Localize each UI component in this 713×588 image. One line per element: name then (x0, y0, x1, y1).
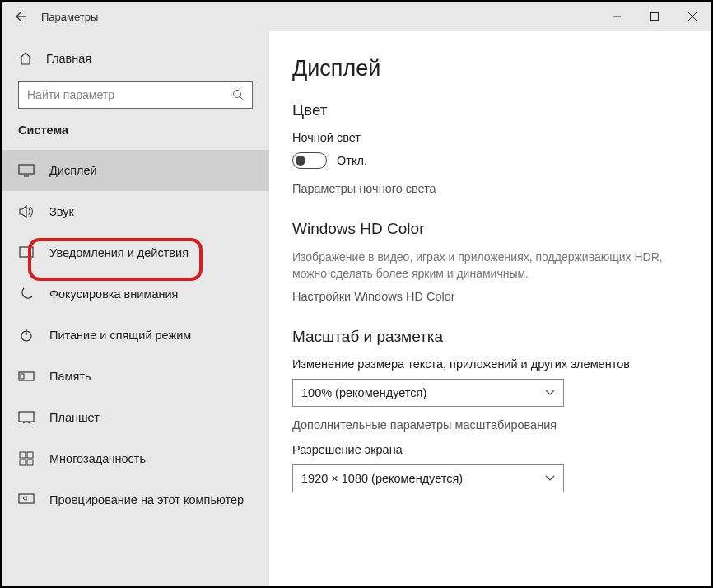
nav-list: Дисплей Звук Уведомления и действия Фоку… (2, 150, 269, 520)
toggle-state-label: Откл. (337, 154, 367, 167)
scale-label: Изменение размера текста, приложений и д… (292, 357, 688, 371)
home-icon (18, 51, 33, 66)
maximize-icon (650, 12, 659, 21)
notifications-icon (18, 245, 35, 261)
nav-item-label: Питание и спящий режим (49, 329, 191, 342)
color-heading: Цвет (292, 101, 688, 119)
home-button[interactable]: Главная (2, 43, 269, 74)
nav-storage[interactable]: Память (2, 356, 269, 397)
scale-heading: Масштаб и разметка (292, 328, 688, 346)
nav-item-label: Проецирование на этот компьютер (49, 493, 244, 506)
toggle-knob (296, 156, 305, 166)
nav-projecting[interactable]: Проецирование на этот компьютер (2, 479, 269, 520)
hd-heading: Windows HD Color (292, 220, 688, 238)
svg-rect-0 (651, 13, 659, 21)
nav-item-label: Фокусировка внимания (49, 287, 178, 301)
display-icon (18, 162, 35, 179)
tablet-icon (18, 409, 35, 426)
svg-rect-11 (27, 460, 33, 465)
svg-rect-2 (19, 165, 34, 174)
svg-rect-8 (20, 452, 26, 458)
sidebar-section-label: Система (2, 124, 269, 137)
resolution-dropdown[interactable]: 1920 × 1080 (рекомендуется) (292, 464, 564, 492)
back-button[interactable] (2, 2, 38, 31)
nav-item-label: Планшет (49, 411, 100, 424)
projecting-icon (18, 492, 35, 508)
night-light-toggle-row: Откл. (292, 152, 688, 169)
close-icon (687, 12, 697, 21)
search-icon (232, 89, 244, 100)
window-controls (598, 2, 711, 31)
storage-icon (18, 368, 35, 385)
nav-power[interactable]: Питание и спящий режим (2, 315, 269, 356)
scale-dropdown[interactable]: 100% (рекомендуется) (292, 379, 564, 407)
power-icon (18, 327, 35, 343)
home-label: Главная (46, 52, 91, 65)
svg-point-1 (234, 91, 241, 98)
sound-icon (18, 203, 35, 220)
chevron-down-icon (545, 390, 555, 396)
window-title: Параметры (41, 11, 98, 23)
nav-sound[interactable]: Звук (2, 191, 269, 232)
night-light-toggle[interactable] (292, 152, 327, 169)
nav-item-label: Многозадачность (49, 452, 146, 465)
maximize-button[interactable] (636, 2, 673, 31)
svg-rect-3 (20, 247, 33, 257)
svg-rect-10 (20, 460, 26, 465)
night-light-settings-link[interactable]: Параметры ночного света (292, 182, 688, 195)
close-button[interactable] (673, 2, 711, 31)
scale-value: 100% (рекомендуется) (301, 386, 426, 399)
minimize-icon (612, 12, 622, 21)
nav-multitask[interactable]: Многозадачность (2, 438, 269, 479)
search-container (2, 81, 269, 109)
search-box[interactable] (18, 81, 253, 109)
minimize-button[interactable] (598, 2, 636, 31)
svg-rect-7 (19, 412, 34, 422)
nav-item-label: Уведомления и действия (49, 246, 189, 259)
arrow-left-icon (13, 10, 26, 23)
hd-description: Изображение в видео, играх и приложениях… (292, 250, 688, 282)
search-input[interactable] (27, 88, 232, 101)
resolution-label: Разрешение экрана (292, 443, 688, 456)
nav-item-label: Звук (49, 205, 74, 218)
hd-settings-link[interactable]: Настройки Windows HD Color (292, 290, 688, 303)
nav-notifications[interactable]: Уведомления и действия (2, 232, 269, 273)
advanced-scaling-link[interactable]: Дополнительные параметры масштабирования (292, 418, 688, 432)
nav-item-label: Дисплей (49, 164, 97, 177)
night-light-label: Ночной свет (292, 131, 688, 144)
nav-display[interactable]: Дисплей (2, 150, 269, 191)
content-area[interactable]: Дисплей Цвет Ночной свет Откл. Параметры… (269, 31, 711, 586)
svg-rect-9 (27, 452, 33, 458)
focus-icon (18, 286, 35, 302)
chevron-down-icon (545, 475, 555, 482)
titlebar: Параметры (2, 2, 711, 31)
svg-rect-6 (21, 374, 24, 379)
nav-focus[interactable]: Фокусировка внимания (2, 273, 269, 315)
nav-item-label: Память (49, 370, 91, 383)
resolution-value: 1920 × 1080 (рекомендуется) (301, 472, 463, 485)
sidebar: Главная Система Дисплей Звук (2, 31, 269, 586)
settings-window: Параметры Главная Система (0, 0, 713, 588)
page-title: Дисплей (292, 56, 688, 82)
multitask-icon (18, 450, 35, 467)
nav-tablet[interactable]: Планшет (2, 397, 269, 438)
